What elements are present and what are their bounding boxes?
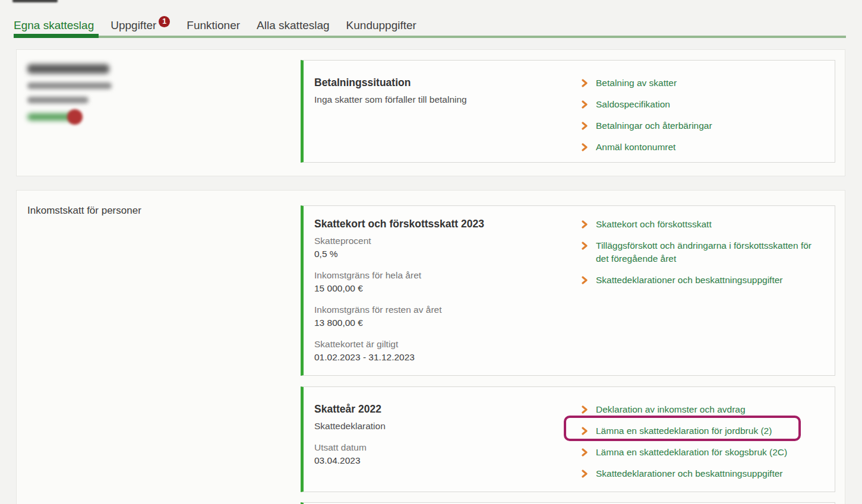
tab-kunduppgifter[interactable]: Kunduppgifter xyxy=(346,18,416,33)
field-label: Utsatt datum xyxy=(314,441,570,454)
card-links: Betalning av skatter Saldospecifikation … xyxy=(582,77,819,162)
link-label: Betalningar och återbäringar xyxy=(596,119,712,132)
link-skattedeklarationer-uppgifter[interactable]: Skattedeklarationer och beskattningsuppg… xyxy=(582,274,819,287)
field-label: Skatteprocent xyxy=(314,234,570,247)
link-label: Betalning av skatter xyxy=(596,77,677,90)
tab-label: Egna skatteslag xyxy=(14,19,94,31)
field-value: 13 800,00 € xyxy=(314,316,570,329)
tab-label: Uppgifter xyxy=(110,19,156,31)
tab-label: Kunduppgifter xyxy=(346,19,416,31)
card-links: Skattekort och förskottsskatt Tilläggsfö… xyxy=(582,218,819,295)
link-skattedeklaration-jordbruk[interactable]: Lämna en skattedeklaration för jordbruk … xyxy=(582,424,819,438)
chevron-right-icon xyxy=(582,242,588,250)
chevron-right-icon xyxy=(582,143,588,151)
tab-uppgifter[interactable]: Uppgifter1 xyxy=(110,18,170,33)
chevron-right-icon xyxy=(582,100,588,109)
link-label: Lämna en skattedeklaration för jordbruk … xyxy=(596,424,772,438)
section-heading: Inkomstskatt för personer xyxy=(27,205,141,217)
mytax-page: Egna skatteslag Uppgifter1 Funktioner Al… xyxy=(0,0,862,504)
chevron-right-icon xyxy=(582,427,588,435)
link-tillaggsforskott[interactable]: Tilläggsförskott och ändringarna i försk… xyxy=(582,239,819,265)
redacted-address-line-2 xyxy=(27,97,89,103)
tab-label: Funktioner xyxy=(187,19,240,31)
chevron-right-icon xyxy=(582,220,588,229)
chevron-right-icon xyxy=(582,405,588,414)
link-betalning-av-skatter[interactable]: Betalning av skatter xyxy=(582,77,819,90)
main-nav: Egna skatteslag Uppgifter1 Funktioner Al… xyxy=(14,18,416,33)
link-label: Lämna en skattedeklaration för skogsbruk… xyxy=(596,446,787,459)
chevron-right-icon xyxy=(582,79,588,87)
income-tax-section: Inkomstskatt för personer Skattekort och… xyxy=(16,190,845,504)
link-anmal-kontonumret[interactable]: Anmäl kontonumret xyxy=(582,141,819,154)
chevron-right-icon xyxy=(582,470,588,478)
field-value: 0,5 % xyxy=(314,248,570,260)
chevron-right-icon xyxy=(582,276,588,284)
link-saldospecifikation[interactable]: Saldospecifikation xyxy=(582,98,819,111)
notification-badge: 1 xyxy=(159,16,170,27)
link-label: Saldospecifikation xyxy=(596,98,670,111)
link-label: Skattedeklarationer och beskattningsuppg… xyxy=(596,274,783,287)
cut-off-header-fragment xyxy=(12,0,58,2)
link-betalningar-och-aterbaringar[interactable]: Betalningar och återbäringar xyxy=(582,119,819,132)
field-inkomstgrans-hela-aret: Inkomstgräns för hela året 15 000,00 € xyxy=(314,269,570,294)
payment-status-card: Betalningssituation Inga skatter som för… xyxy=(301,60,835,163)
field-label: Skattekortet är giltigt xyxy=(314,338,570,350)
field-inkomstgrans-resten-av-aret: Inkomstgräns för resten av året 13 800,0… xyxy=(314,303,570,329)
link-label: Tilläggsförskott och ändringarna i försk… xyxy=(596,239,819,265)
link-label: Skattekort och förskottsskatt xyxy=(596,218,712,231)
tab-egna-skatteslag[interactable]: Egna skatteslag xyxy=(14,18,94,33)
tab-funktioner[interactable]: Funktioner xyxy=(187,18,240,33)
link-skattedeklaration-skogsbruk[interactable]: Lämna en skattedeklaration för skogsbruk… xyxy=(582,446,819,459)
tab-label: Alla skatteslag xyxy=(257,19,330,31)
tab-alla-skatteslag[interactable]: Alla skatteslag xyxy=(257,18,330,33)
link-label: Deklaration av inkomster och avdrag xyxy=(596,403,746,416)
payment-section: Betalningssituation Inga skatter som för… xyxy=(16,49,845,176)
tax-card-2023: Skattekort och förskottsskatt 2023 Skatt… xyxy=(301,205,835,376)
tax-year-2022-card: Skatteår 2022 Skattedeklaration Utsatt d… xyxy=(301,386,835,492)
chevron-right-icon xyxy=(582,122,588,130)
active-tab-indicator xyxy=(14,34,99,38)
redacted-address-line-1 xyxy=(27,83,112,89)
field-label: Inkomstgräns för resten av året xyxy=(314,303,570,316)
link-deklaration-inkomster-avdrag[interactable]: Deklaration av inkomster och avdrag xyxy=(582,403,819,416)
field-utsatt-datum: Utsatt datum 03.04.2023 xyxy=(314,441,570,467)
nav-underline xyxy=(14,36,846,38)
redacted-notification-badge xyxy=(67,109,83,125)
link-skattekort-och-forskottsskatt[interactable]: Skattekort och förskottsskatt xyxy=(582,218,819,231)
link-skattedeklarationer-uppgifter-2022[interactable]: Skattedeklarationer och beskattningsuppg… xyxy=(582,467,819,480)
link-label: Skattedeklarationer och beskattningsuppg… xyxy=(596,467,783,480)
card-links: Deklaration av inkomster och avdrag Lämn… xyxy=(582,403,819,489)
field-label: Inkomstgräns för hela året xyxy=(314,269,570,281)
chevron-right-icon xyxy=(582,448,588,457)
field-value: 03.04.2023 xyxy=(314,454,570,467)
field-value: 01.02.2023 - 31.12.2023 xyxy=(314,351,570,363)
field-skatteprocent: Skatteprocent 0,5 % xyxy=(314,234,570,260)
field-skattekortet-ar-giltigt: Skattekortet är giltigt 01.02.2023 - 31.… xyxy=(314,338,570,363)
redacted-name xyxy=(27,64,109,74)
link-label: Anmäl kontonumret xyxy=(596,141,675,154)
profile-info-redacted xyxy=(27,64,158,135)
field-value: 15 000,00 € xyxy=(314,282,570,294)
